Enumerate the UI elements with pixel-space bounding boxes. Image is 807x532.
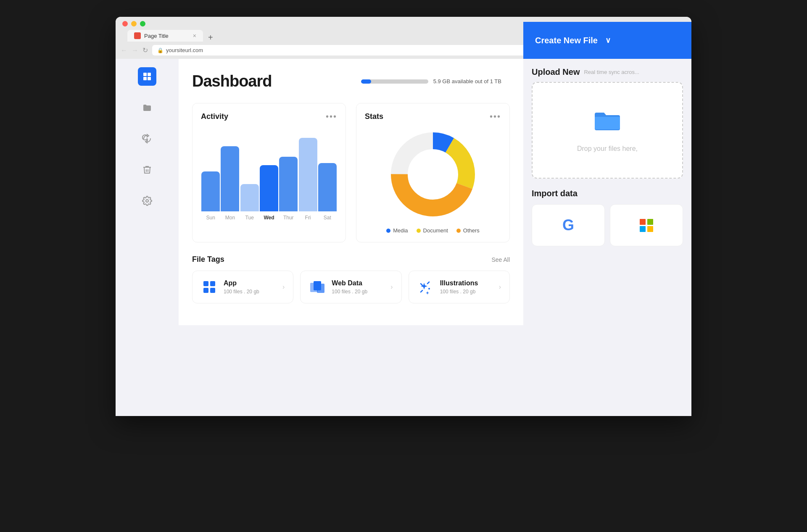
tag-webdata-arrow-icon: ›	[390, 283, 393, 291]
import-google-card[interactable]: G	[532, 204, 605, 246]
donut-chart-container: Media Document Others	[365, 128, 501, 234]
app-icon	[201, 279, 218, 295]
stats-more-button[interactable]: •••	[490, 112, 501, 121]
google-icon: G	[562, 216, 574, 234]
sidebar	[116, 59, 179, 416]
bar-sun-label: Sun	[206, 215, 215, 221]
bar-tue-label: Tue	[245, 215, 254, 221]
activity-title: Activity	[201, 112, 228, 121]
folder-upload-icon	[593, 108, 622, 133]
tag-app-arrow-icon: ›	[282, 283, 285, 291]
legend-document-label: Document	[423, 227, 448, 234]
settings-icon	[142, 196, 152, 206]
webdata-icon	[309, 279, 326, 295]
main-area: Dashboard 5.9 GB available out of 1 TB A…	[179, 59, 523, 416]
tab-close-icon[interactable]: ×	[193, 32, 196, 39]
browser-tab[interactable]: Page Title ×	[127, 30, 203, 42]
svg-rect-0	[143, 73, 147, 76]
sidebar-item-settings[interactable]	[138, 192, 156, 210]
create-btn-label: Create New File	[535, 36, 598, 45]
folder-large-icon	[593, 108, 622, 138]
tag-card-app[interactable]: App 100 files . 20 gb ›	[192, 271, 293, 303]
legend-media-dot	[386, 229, 390, 233]
new-tab-button[interactable]: +	[205, 33, 216, 42]
page-header: Dashboard 5.9 GB available out of 1 TB	[192, 72, 510, 90]
charts-row: Activity ••• Sun Mo	[192, 103, 510, 242]
sidebar-item-trash[interactable]	[138, 161, 156, 179]
bar-sat-label: Sat	[324, 215, 331, 221]
illustrations-icon	[417, 279, 434, 295]
activity-card: Activity ••• Sun Mo	[192, 103, 346, 242]
maximize-btn[interactable]	[140, 21, 145, 26]
tag-card-illustrations[interactable]: Illustrations 100 files . 20 gb ›	[409, 271, 510, 303]
sidebar-item-sync[interactable]	[138, 129, 156, 148]
import-title: Import data	[532, 189, 683, 198]
upload-title: Upload New Real time sync acros...	[532, 67, 683, 77]
svg-point-18	[428, 288, 430, 290]
stats-card: Stats •••	[356, 103, 510, 242]
tab-title: Page Title	[144, 33, 169, 39]
chart-legend: Media Document Others	[386, 227, 480, 234]
legend-others-dot	[456, 229, 461, 233]
upload-title-text: Upload New	[532, 67, 580, 77]
close-btn[interactable]	[122, 21, 128, 26]
import-windows-card[interactable]	[610, 204, 683, 246]
windows-icon	[640, 219, 653, 232]
tag-app-name: App	[224, 279, 277, 287]
tag-illustrations-arrow-icon: ›	[499, 283, 501, 291]
bar-mon-label: Mon	[225, 215, 235, 221]
svg-rect-2	[143, 77, 147, 80]
storage-info: 5.9 GB available out of 1 TB	[361, 78, 501, 84]
import-section: Import data G	[532, 189, 683, 246]
see-all-button[interactable]: See All	[491, 256, 510, 263]
sidebar-item-folder[interactable]	[138, 98, 156, 117]
svg-rect-12	[210, 281, 215, 286]
webdata-files-icon	[309, 279, 325, 295]
legend-document-dot	[417, 229, 421, 233]
refresh-button[interactable]: ↻	[142, 46, 148, 54]
sync-icon	[142, 134, 152, 144]
tags-grid: App 100 files . 20 gb ›	[192, 271, 510, 303]
tag-webdata-info: Web Data 100 files . 20 gb	[332, 279, 385, 295]
svg-rect-1	[148, 73, 151, 76]
back-button[interactable]: ←	[121, 47, 127, 54]
tag-illustrations-name: Illustrations	[440, 279, 493, 287]
legend-others: Others	[456, 227, 480, 234]
bar-fri-label: Fri	[305, 215, 311, 221]
bar-wed: Wed	[260, 165, 278, 221]
svg-rect-17	[317, 284, 324, 293]
svg-rect-3	[148, 77, 151, 80]
legend-others-label: Others	[463, 227, 480, 234]
create-new-file-button[interactable]: Create New File ∨	[523, 22, 691, 59]
bar-thu-label: Thur	[283, 215, 294, 221]
legend-media-label: Media	[393, 227, 408, 234]
bar-sun-fill	[201, 171, 220, 211]
activity-more-button[interactable]: •••	[326, 112, 337, 121]
svg-rect-14	[210, 288, 215, 293]
tag-card-webdata[interactable]: Web Data 100 files . 20 gb ›	[300, 271, 401, 303]
tag-app-info: App 100 files . 20 gb	[224, 279, 277, 295]
bar-fri-fill	[299, 138, 317, 211]
tag-webdata-meta: 100 files . 20 gb	[332, 289, 385, 295]
bar-wed-label: Wed	[264, 215, 274, 221]
upload-dropzone[interactable]: Drop your files here,	[532, 82, 683, 179]
url-display: yoursiteurl.com	[166, 47, 203, 53]
upload-subtitle: Real time sync acros...	[584, 69, 639, 75]
donut-chart	[387, 128, 479, 221]
bar-tue-fill	[240, 184, 259, 211]
file-tags-header: File Tags See All	[192, 255, 510, 264]
dashboard-icon	[142, 71, 152, 82]
sidebar-item-dashboard[interactable]	[138, 67, 156, 86]
storage-text: 5.9 GB available out of 1 TB	[433, 78, 501, 84]
forward-button[interactable]: →	[132, 47, 138, 54]
page-title: Dashboard	[192, 72, 272, 90]
drop-text: Drop your files here,	[577, 145, 638, 153]
trash-icon	[142, 165, 152, 175]
tag-illustrations-meta: 100 files . 20 gb	[440, 289, 493, 295]
lock-icon: 🔒	[157, 47, 164, 53]
svg-point-5	[146, 200, 148, 202]
bar-mon-fill	[221, 146, 239, 211]
minimize-btn[interactable]	[131, 21, 137, 26]
tab-favicon	[134, 32, 141, 39]
app-grid-icon	[202, 279, 217, 295]
